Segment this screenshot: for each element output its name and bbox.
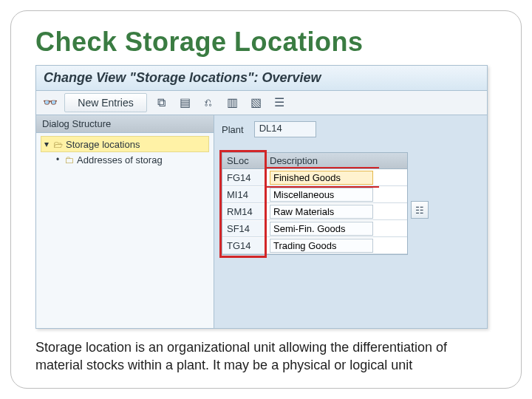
table-row[interactable]: FG14 bbox=[222, 169, 407, 186]
folder-icon: 🗀 bbox=[64, 154, 74, 166]
cell-sloc[interactable]: RM14 bbox=[222, 204, 265, 219]
cell-sloc[interactable]: MI14 bbox=[222, 187, 265, 202]
glasses-icon[interactable]: 👓 bbox=[41, 93, 60, 112]
dialog-structure-header: Dialog Structure bbox=[36, 115, 214, 133]
detail-pane: Plant DL14 SLoc Description FG14 bbox=[214, 115, 487, 328]
cell-sloc[interactable]: FG14 bbox=[222, 170, 265, 185]
bullet-icon: • bbox=[54, 154, 61, 165]
sap-window: Change View "Storage locations": Overvie… bbox=[35, 65, 488, 329]
tree-node-label: Storage locations bbox=[66, 139, 140, 150]
cell-description-input[interactable] bbox=[270, 171, 373, 185]
cell-description-input[interactable] bbox=[270, 188, 373, 202]
chevron-down-icon: ▾ bbox=[43, 139, 50, 149]
sap-window-title: Change View "Storage locations": Overvie… bbox=[36, 66, 487, 91]
new-entries-button[interactable]: New Entries bbox=[64, 93, 147, 112]
copy-icon[interactable]: ⧉ bbox=[151, 93, 171, 112]
lines-page-icon[interactable]: ☰ bbox=[270, 93, 289, 112]
cell-description-input[interactable] bbox=[270, 239, 373, 253]
tree-node-storage-locations[interactable]: ▾ 🗁 Storage locations bbox=[41, 136, 209, 152]
plant-field[interactable]: DL14 bbox=[254, 121, 316, 137]
cell-sloc[interactable]: TG14 bbox=[222, 238, 265, 253]
table-row[interactable]: MI14 bbox=[222, 186, 407, 203]
plant-label: Plant bbox=[222, 124, 244, 135]
sap-toolbar: 👓 New Entries ⧉ ▤ ⎌ ▥ ▧ ☰ bbox=[36, 91, 487, 115]
cell-description-input[interactable] bbox=[270, 222, 373, 236]
tree-node-label: Addresses of storag bbox=[77, 154, 163, 166]
save-icon[interactable]: ▤ bbox=[175, 93, 194, 112]
storage-locations-table: SLoc Description FG14 MI14 RM14 bbox=[222, 152, 408, 255]
table-row[interactable]: RM14 bbox=[222, 203, 407, 220]
cell-description-input[interactable] bbox=[270, 205, 373, 219]
check-page-icon[interactable]: ▧ bbox=[246, 93, 265, 112]
slide-title: Check Storage Locations bbox=[35, 27, 510, 58]
col-header-sloc[interactable]: SLoc bbox=[222, 153, 265, 168]
table-config-icon[interactable]: ☷ bbox=[411, 201, 429, 219]
table-row[interactable]: TG14 bbox=[222, 237, 407, 254]
undo-icon[interactable]: ⎌ bbox=[199, 93, 218, 112]
cell-sloc[interactable]: SF14 bbox=[222, 221, 265, 236]
tree-node-addresses[interactable]: • 🗀 Addresses of storag bbox=[41, 152, 209, 167]
dialog-structure-pane: Dialog Structure ▾ 🗁 Storage locations •… bbox=[36, 115, 214, 328]
col-header-description[interactable]: Description bbox=[265, 153, 407, 168]
delete-page-icon[interactable]: ▥ bbox=[222, 93, 242, 112]
table-row[interactable]: SF14 bbox=[222, 220, 407, 237]
folder-open-icon: 🗁 bbox=[53, 139, 63, 150]
slide-caption: Storage location is an organizational un… bbox=[35, 339, 494, 374]
